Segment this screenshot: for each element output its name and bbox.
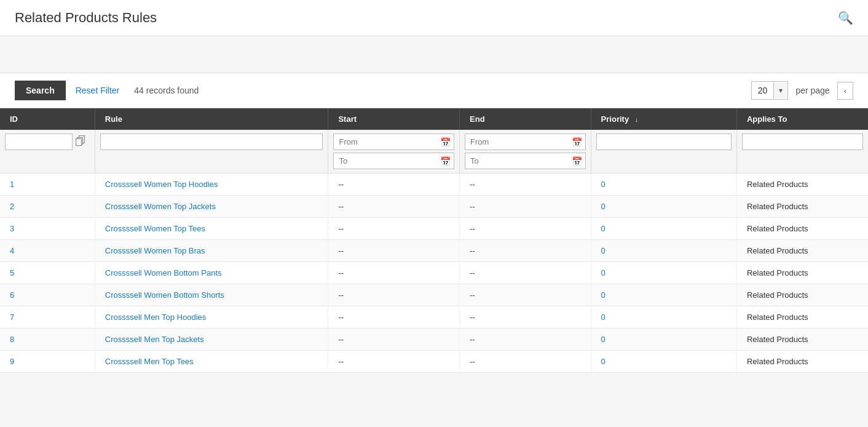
- records-found-text: 44 records found: [134, 86, 199, 95]
- col-header-priority[interactable]: Priority ↓: [591, 108, 736, 130]
- row-rule-link[interactable]: Crossssell Women Top Bras: [105, 246, 205, 255]
- per-page-select[interactable]: 20 ▾: [751, 81, 789, 100]
- cell-priority: 0: [591, 174, 736, 196]
- cell-applies-to: Related Products: [736, 174, 868, 196]
- cell-priority: 0: [591, 262, 736, 284]
- cell-applies-to: Related Products: [736, 351, 868, 373]
- row-id-link[interactable]: 6: [10, 290, 14, 300]
- cell-rule: Crossssell Men Top Tees: [95, 351, 328, 373]
- row-id-link[interactable]: 1: [10, 180, 14, 189]
- cell-rule: Crossssell Women Top Hoodies: [95, 174, 328, 196]
- row-rule-link[interactable]: Crossssell Men Top Tees: [105, 357, 194, 366]
- row-rule-link[interactable]: Crossssell Women Top Hoodies: [105, 180, 218, 189]
- cell-rule: Crossssell Women Top Jackets: [95, 196, 328, 218]
- row-rule-link[interactable]: Crossssell Women Top Jackets: [105, 202, 216, 211]
- cell-id: 9: [0, 351, 95, 373]
- cell-applies-to: Related Products: [736, 306, 868, 329]
- row-priority-link[interactable]: 0: [601, 357, 606, 366]
- cell-end: --: [460, 262, 591, 284]
- row-id-link[interactable]: 5: [10, 268, 14, 277]
- reset-filter-button[interactable]: Reset Filter: [76, 86, 120, 95]
- cell-applies-to: Related Products: [736, 262, 868, 284]
- toolbar-area: [0, 36, 868, 73]
- end-to-input[interactable]: [465, 153, 586, 169]
- prev-page-button[interactable]: ‹: [837, 82, 853, 100]
- row-id-link[interactable]: 3: [10, 224, 14, 233]
- per-page-dropdown-arrow[interactable]: ▾: [773, 82, 787, 98]
- start-from-calendar-icon[interactable]: 📅: [440, 137, 451, 147]
- cell-priority: 0: [591, 351, 736, 373]
- cell-id: 8: [0, 329, 95, 351]
- col-header-applies-to: Applies To: [736, 108, 868, 130]
- per-page-value: 20: [752, 82, 774, 99]
- start-from-input[interactable]: [333, 134, 454, 150]
- id-filter-input[interactable]: [5, 134, 73, 150]
- table-row: 7Crossssell Men Top Hoodies----0Related …: [0, 306, 868, 329]
- cell-end: --: [460, 240, 591, 262]
- cell-end: --: [460, 174, 591, 196]
- search-button[interactable]: Search: [15, 81, 66, 100]
- cell-id: 6: [0, 284, 95, 306]
- rule-filter-input[interactable]: [100, 134, 323, 150]
- action-bar: Search Reset Filter 44 records found 20 …: [0, 73, 868, 108]
- row-rule-link[interactable]: Crossssell Women Top Tees: [105, 224, 205, 233]
- row-id-link[interactable]: 7: [10, 313, 14, 322]
- start-from-wrap: 📅: [333, 134, 454, 150]
- cell-priority: 0: [591, 240, 736, 262]
- end-to-calendar-icon[interactable]: 📅: [572, 156, 582, 166]
- cell-end: --: [460, 196, 591, 218]
- cell-rule: Crossssell Women Bottom Shorts: [95, 284, 328, 306]
- row-priority-link[interactable]: 0: [601, 202, 606, 211]
- records-label: records found: [146, 86, 199, 95]
- cell-applies-to: Related Products: [736, 284, 868, 306]
- table-row: 8Crossssell Men Top Jackets----0Related …: [0, 329, 868, 351]
- cell-id: 3: [0, 218, 95, 240]
- col-header-start: Start: [328, 108, 460, 130]
- header-search-icon[interactable]: 🔍: [838, 10, 853, 25]
- row-rule-link[interactable]: Crossssell Women Bottom Pants: [105, 268, 222, 277]
- row-id-link[interactable]: 4: [10, 246, 14, 255]
- applies-to-filter-input[interactable]: [742, 134, 863, 150]
- row-id-link[interactable]: 8: [10, 335, 14, 344]
- table-row: 5Crossssell Women Bottom Pants----0Relat…: [0, 262, 868, 284]
- col-header-end: End: [460, 108, 591, 130]
- end-from-calendar-icon[interactable]: 📅: [572, 137, 582, 147]
- end-from-input[interactable]: [465, 134, 586, 150]
- row-priority-link[interactable]: 0: [601, 224, 606, 233]
- row-id-link[interactable]: 9: [10, 357, 14, 366]
- cell-id: 2: [0, 196, 95, 218]
- col-header-rule: Rule: [95, 108, 328, 130]
- cell-applies-to: Related Products: [736, 240, 868, 262]
- cell-id: 7: [0, 306, 95, 329]
- cell-priority: 0: [591, 306, 736, 329]
- per-page-label: per page: [795, 86, 829, 95]
- end-date-filter: 📅 📅: [465, 134, 586, 169]
- table-row: 9Crossssell Men Top Tees----0Related Pro…: [0, 351, 868, 373]
- table-body: 1Crossssell Women Top Hoodies----0Relate…: [0, 174, 868, 373]
- row-rule-link[interactable]: Crossssell Women Bottom Shorts: [105, 290, 224, 300]
- row-priority-link[interactable]: 0: [601, 313, 606, 322]
- row-id-link[interactable]: 2: [10, 202, 14, 211]
- row-priority-link[interactable]: 0: [601, 246, 606, 255]
- filter-cell-id: 🗍: [0, 130, 95, 174]
- start-to-input[interactable]: [333, 153, 454, 169]
- row-priority-link[interactable]: 0: [601, 290, 606, 300]
- row-priority-link[interactable]: 0: [601, 268, 606, 277]
- table-filter-row: 🗍 📅 📅: [0, 130, 868, 174]
- page-header: Related Products Rules 🔍: [0, 0, 868, 36]
- priority-filter-input[interactable]: [596, 134, 732, 150]
- cell-applies-to: Related Products: [736, 196, 868, 218]
- priority-sort-icon: ↓: [635, 116, 639, 123]
- table-row: 1Crossssell Women Top Hoodies----0Relate…: [0, 174, 868, 196]
- row-priority-link[interactable]: 0: [601, 335, 606, 344]
- table-row: 6Crossssell Women Bottom Shorts----0Rela…: [0, 284, 868, 306]
- row-priority-link[interactable]: 0: [601, 180, 606, 189]
- cell-applies-to: Related Products: [736, 329, 868, 351]
- cell-start: --: [328, 306, 460, 329]
- id-filter-icon[interactable]: 🗍: [75, 135, 86, 148]
- filter-cell-applies-to: [736, 130, 868, 174]
- end-from-wrap: 📅: [465, 134, 586, 150]
- row-rule-link[interactable]: Crossssell Men Top Jackets: [105, 335, 204, 344]
- row-rule-link[interactable]: Crossssell Men Top Hoodies: [105, 313, 207, 322]
- start-to-calendar-icon[interactable]: 📅: [440, 156, 451, 166]
